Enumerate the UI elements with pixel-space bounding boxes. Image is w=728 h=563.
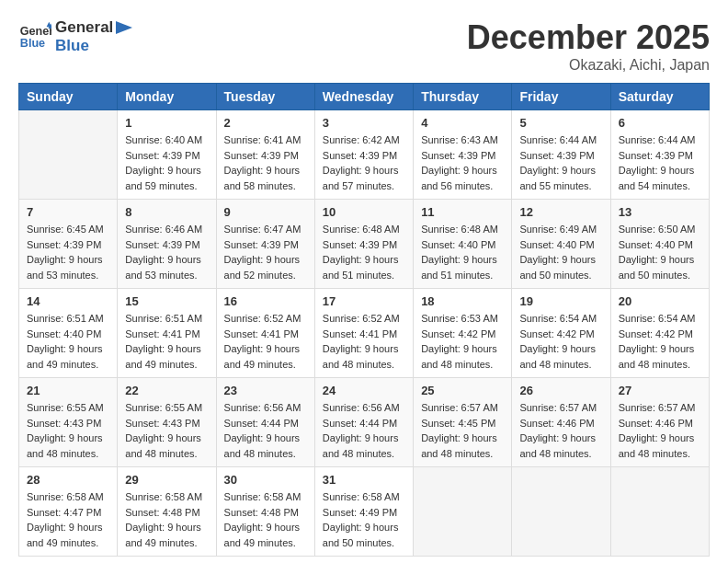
day-number: 13 xyxy=(619,205,701,219)
day-header-sunday: Sunday xyxy=(19,84,118,110)
day-number: 12 xyxy=(519,205,602,219)
day-number: 31 xyxy=(323,473,405,487)
month-title: December 2025 xyxy=(467,18,710,57)
day-info: Sunrise: 6:41 AMSunset: 4:39 PMDaylight:… xyxy=(224,132,307,193)
calendar-week-row: 7Sunrise: 6:45 AMSunset: 4:39 PMDaylight… xyxy=(19,200,710,289)
day-info: Sunrise: 6:48 AMSunset: 4:39 PMDaylight:… xyxy=(323,222,405,282)
calendar-cell: 28Sunrise: 6:58 AMSunset: 4:47 PMDayligh… xyxy=(19,467,118,557)
calendar-cell: 10Sunrise: 6:48 AMSunset: 4:39 PMDayligh… xyxy=(314,200,413,289)
calendar-cell: 16Sunrise: 6:52 AMSunset: 4:41 PMDayligh… xyxy=(216,289,314,378)
logo-blue: Blue xyxy=(55,37,132,55)
calendar-cell: 8Sunrise: 6:46 AMSunset: 4:39 PMDaylight… xyxy=(118,200,216,289)
day-number: 30 xyxy=(224,473,307,487)
day-header-thursday: Thursday xyxy=(414,84,512,110)
day-info: Sunrise: 6:43 AMSunset: 4:39 PMDaylight:… xyxy=(421,132,504,193)
day-number: 26 xyxy=(519,384,602,397)
logo-icon: General Blue xyxy=(18,20,51,53)
day-number: 9 xyxy=(224,205,307,219)
location: Okazaki, Aichi, Japan xyxy=(467,57,710,74)
calendar-cell xyxy=(414,467,512,557)
day-info: Sunrise: 6:42 AMSunset: 4:39 PMDaylight:… xyxy=(323,132,405,193)
day-info: Sunrise: 6:54 AMSunset: 4:42 PMDaylight:… xyxy=(519,311,602,372)
day-info: Sunrise: 6:57 AMSunset: 4:45 PMDaylight:… xyxy=(421,400,504,461)
calendar-cell xyxy=(19,110,118,200)
day-number: 25 xyxy=(421,384,504,397)
day-info: Sunrise: 6:58 AMSunset: 4:48 PMDaylight:… xyxy=(224,489,307,550)
day-number: 23 xyxy=(224,384,307,397)
day-number: 6 xyxy=(619,116,701,130)
day-number: 16 xyxy=(224,294,307,308)
calendar-cell: 22Sunrise: 6:55 AMSunset: 4:43 PMDayligh… xyxy=(118,378,216,467)
day-number: 19 xyxy=(519,294,602,308)
calendar-cell: 11Sunrise: 6:48 AMSunset: 4:40 PMDayligh… xyxy=(414,200,512,289)
day-info: Sunrise: 6:55 AMSunset: 4:43 PMDaylight:… xyxy=(27,400,109,461)
day-info: Sunrise: 6:51 AMSunset: 4:41 PMDaylight:… xyxy=(125,311,208,372)
day-info: Sunrise: 6:50 AMSunset: 4:40 PMDaylight:… xyxy=(619,222,701,282)
day-info: Sunrise: 6:56 AMSunset: 4:44 PMDaylight:… xyxy=(323,400,405,461)
day-info: Sunrise: 6:55 AMSunset: 4:43 PMDaylight:… xyxy=(125,400,208,461)
calendar-cell: 9Sunrise: 6:47 AMSunset: 4:39 PMDaylight… xyxy=(216,200,314,289)
day-header-wednesday: Wednesday xyxy=(314,84,413,110)
calendar-cell: 14Sunrise: 6:51 AMSunset: 4:40 PMDayligh… xyxy=(19,289,118,378)
day-info: Sunrise: 6:58 AMSunset: 4:47 PMDaylight:… xyxy=(27,489,109,550)
calendar-cell: 29Sunrise: 6:58 AMSunset: 4:48 PMDayligh… xyxy=(118,467,216,557)
calendar-cell: 1Sunrise: 6:40 AMSunset: 4:39 PMDaylight… xyxy=(118,110,216,200)
day-number: 29 xyxy=(125,473,208,487)
calendar-body: 1Sunrise: 6:40 AMSunset: 4:39 PMDaylight… xyxy=(19,110,710,557)
day-info: Sunrise: 6:46 AMSunset: 4:39 PMDaylight:… xyxy=(125,222,208,282)
day-info: Sunrise: 6:54 AMSunset: 4:42 PMDaylight:… xyxy=(619,311,701,372)
calendar-cell: 5Sunrise: 6:44 AMSunset: 4:39 PMDaylight… xyxy=(512,110,610,200)
calendar-cell: 27Sunrise: 6:57 AMSunset: 4:46 PMDayligh… xyxy=(610,378,709,467)
day-info: Sunrise: 6:51 AMSunset: 4:40 PMDaylight:… xyxy=(27,311,109,372)
calendar-cell: 25Sunrise: 6:57 AMSunset: 4:45 PMDayligh… xyxy=(414,378,512,467)
calendar-cell: 13Sunrise: 6:50 AMSunset: 4:40 PMDayligh… xyxy=(610,200,709,289)
day-header-friday: Friday xyxy=(512,84,610,110)
calendar-cell: 6Sunrise: 6:44 AMSunset: 4:39 PMDaylight… xyxy=(610,110,709,200)
calendar-cell: 24Sunrise: 6:56 AMSunset: 4:44 PMDayligh… xyxy=(314,378,413,467)
day-number: 5 xyxy=(519,116,602,130)
calendar-cell: 31Sunrise: 6:58 AMSunset: 4:49 PMDayligh… xyxy=(314,467,413,557)
day-header-saturday: Saturday xyxy=(610,84,709,110)
day-number: 15 xyxy=(125,294,208,308)
logo-arrow-icon xyxy=(116,21,132,34)
day-number: 2 xyxy=(224,116,307,130)
day-info: Sunrise: 6:48 AMSunset: 4:40 PMDaylight:… xyxy=(421,222,504,282)
day-info: Sunrise: 6:58 AMSunset: 4:48 PMDaylight:… xyxy=(125,489,208,550)
calendar-cell: 23Sunrise: 6:56 AMSunset: 4:44 PMDayligh… xyxy=(216,378,314,467)
day-number: 4 xyxy=(421,116,504,130)
day-info: Sunrise: 6:52 AMSunset: 4:41 PMDaylight:… xyxy=(323,311,405,372)
day-number: 10 xyxy=(323,205,405,219)
calendar-week-row: 28Sunrise: 6:58 AMSunset: 4:47 PMDayligh… xyxy=(19,467,710,557)
calendar-cell: 19Sunrise: 6:54 AMSunset: 4:42 PMDayligh… xyxy=(512,289,610,378)
day-info: Sunrise: 6:56 AMSunset: 4:44 PMDaylight:… xyxy=(224,400,307,461)
day-info: Sunrise: 6:44 AMSunset: 4:39 PMDaylight:… xyxy=(619,132,701,193)
calendar-week-row: 1Sunrise: 6:40 AMSunset: 4:39 PMDaylight… xyxy=(19,110,710,200)
day-number: 28 xyxy=(27,473,109,487)
day-number: 14 xyxy=(27,294,109,308)
calendar-cell: 21Sunrise: 6:55 AMSunset: 4:43 PMDayligh… xyxy=(19,378,118,467)
logo-general: General xyxy=(55,18,113,37)
day-info: Sunrise: 6:40 AMSunset: 4:39 PMDaylight:… xyxy=(125,132,208,193)
day-number: 22 xyxy=(125,384,208,397)
day-info: Sunrise: 6:53 AMSunset: 4:42 PMDaylight:… xyxy=(421,311,504,372)
day-info: Sunrise: 6:44 AMSunset: 4:39 PMDaylight:… xyxy=(519,132,602,193)
day-number: 24 xyxy=(323,384,405,397)
day-number: 18 xyxy=(421,294,504,308)
day-header-tuesday: Tuesday xyxy=(216,84,314,110)
day-number: 11 xyxy=(421,205,504,219)
calendar-cell: 30Sunrise: 6:58 AMSunset: 4:48 PMDayligh… xyxy=(216,467,314,557)
day-number: 3 xyxy=(323,116,405,130)
calendar-cell: 3Sunrise: 6:42 AMSunset: 4:39 PMDaylight… xyxy=(314,110,413,200)
calendar-cell xyxy=(610,467,709,557)
calendar-cell: 12Sunrise: 6:49 AMSunset: 4:40 PMDayligh… xyxy=(512,200,610,289)
day-number: 21 xyxy=(27,384,109,397)
calendar-cell: 17Sunrise: 6:52 AMSunset: 4:41 PMDayligh… xyxy=(314,289,413,378)
svg-marker-4 xyxy=(116,21,132,34)
day-number: 7 xyxy=(27,205,109,219)
calendar-cell: 26Sunrise: 6:57 AMSunset: 4:46 PMDayligh… xyxy=(512,378,610,467)
day-info: Sunrise: 6:58 AMSunset: 4:49 PMDaylight:… xyxy=(323,489,405,550)
calendar-cell xyxy=(512,467,610,557)
title-block: December 2025 Okazaki, Aichi, Japan xyxy=(467,18,710,74)
calendar-cell: 7Sunrise: 6:45 AMSunset: 4:39 PMDaylight… xyxy=(19,200,118,289)
day-number: 27 xyxy=(619,384,701,397)
